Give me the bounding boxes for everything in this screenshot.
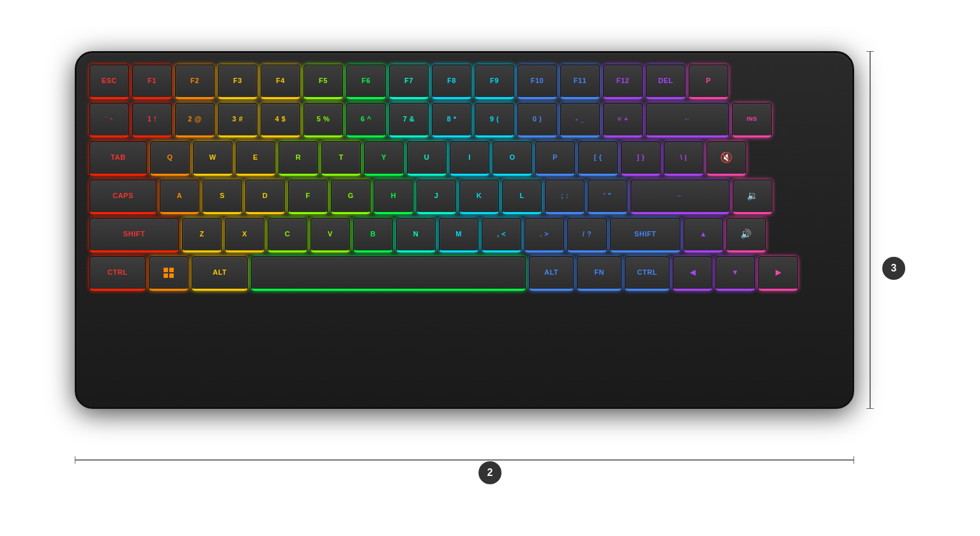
key-f10[interactable]: F10: [517, 65, 557, 99]
key-f8[interactable]: F8: [432, 65, 471, 99]
key-f1[interactable]: F1: [132, 65, 172, 99]
key-win[interactable]: [149, 256, 188, 291]
key-ins[interactable]: INS: [732, 103, 772, 137]
key-p-extra[interactable]: P: [689, 65, 728, 99]
key-k[interactable]: K: [459, 180, 499, 214]
key-y[interactable]: Y: [364, 141, 404, 176]
key-space[interactable]: [251, 256, 526, 291]
key-lbracket[interactable]: [ {: [578, 141, 618, 176]
key-m[interactable]: M: [439, 218, 479, 252]
key-g[interactable]: G: [331, 180, 371, 214]
key-f12[interactable]: F12: [603, 65, 643, 99]
key-f3[interactable]: F3: [218, 65, 257, 99]
badge-width: 2: [479, 461, 501, 484]
key-9[interactable]: 9 (: [475, 103, 514, 137]
key-tab[interactable]: TAB: [89, 141, 147, 176]
key-a[interactable]: A: [160, 180, 199, 214]
key-d[interactable]: D: [245, 180, 285, 214]
key-esc[interactable]: ESC: [89, 65, 129, 99]
key-minus[interactable]: - _: [560, 103, 600, 137]
key-4[interactable]: 4 $: [261, 103, 300, 137]
key-l[interactable]: L: [502, 180, 542, 214]
key-8[interactable]: 8 *: [432, 103, 471, 137]
key-rctrl[interactable]: CTRL: [625, 256, 670, 291]
key-f5[interactable]: F5: [303, 65, 343, 99]
key-fn[interactable]: FN: [577, 256, 622, 291]
key-semicolon[interactable]: ; :: [545, 180, 585, 214]
key-n[interactable]: N: [396, 218, 436, 252]
key-rshift[interactable]: SHIFT: [610, 218, 680, 252]
key-v[interactable]: V: [310, 218, 350, 252]
windows-icon: [164, 268, 174, 278]
key-comma[interactable]: , <: [482, 218, 521, 252]
key-lalt[interactable]: ALT: [192, 256, 248, 291]
key-6[interactable]: 6 ^: [346, 103, 386, 137]
key-h[interactable]: H: [374, 180, 413, 214]
key-f6[interactable]: F6: [346, 65, 386, 99]
key-f9[interactable]: F9: [475, 65, 514, 99]
key-lctrl[interactable]: CTRL: [89, 256, 146, 291]
key-w[interactable]: W: [193, 141, 233, 176]
key-enter[interactable]: ←: [631, 180, 730, 214]
key-backslash[interactable]: \ |: [664, 141, 703, 176]
key-0[interactable]: 0 ): [517, 103, 557, 137]
key-1[interactable]: 1 !: [132, 103, 172, 137]
key-mute[interactable]: 🔇: [707, 141, 746, 176]
row-asdf: CAPS A S D F G H J K: [89, 180, 839, 214]
key-q[interactable]: Q: [150, 141, 190, 176]
key-7[interactable]: 7 &: [389, 103, 429, 137]
key-arrow-down[interactable]: ▼: [716, 256, 755, 291]
key-ralt[interactable]: ALT: [529, 256, 574, 291]
diagram-container: ESC F1 F2 F3 F4 F5 F6 F7: [43, 19, 937, 517]
key-s[interactable]: S: [203, 180, 242, 214]
dimension-line-height: [864, 51, 877, 409]
row-numbers: ` ~ 1 ! 2 @ 3 # 4 $ 5 % 6 ^ 7 &: [89, 103, 839, 137]
key-quote[interactable]: ' ": [588, 180, 627, 214]
key-x[interactable]: X: [225, 218, 264, 252]
key-vol-up[interactable]: 🔊: [726, 218, 766, 252]
key-slash[interactable]: / ?: [567, 218, 607, 252]
key-caps[interactable]: CAPS: [89, 180, 157, 214]
keyboard: ESC F1 F2 F3 F4 F5 F6 F7: [75, 51, 854, 409]
key-r[interactable]: R: [279, 141, 318, 176]
row-bottom: CTRL ALT ALT FN CTRL ◀: [89, 256, 839, 291]
key-f2[interactable]: F2: [175, 65, 215, 99]
key-c[interactable]: C: [268, 218, 307, 252]
key-2[interactable]: 2 @: [175, 103, 215, 137]
row-function: ESC F1 F2 F3 F4 F5 F6 F7: [89, 65, 839, 99]
key-period[interactable]: . >: [524, 218, 564, 252]
key-b[interactable]: B: [353, 218, 393, 252]
key-f4[interactable]: F4: [261, 65, 300, 99]
key-backtick[interactable]: ` ~: [89, 103, 129, 137]
key-f11[interactable]: F11: [560, 65, 600, 99]
key-j[interactable]: J: [417, 180, 456, 214]
row-zxcv: SHIFT Z X C V B N M , <: [89, 218, 839, 252]
key-t[interactable]: T: [321, 141, 361, 176]
key-arrow-up[interactable]: ▲: [684, 218, 723, 252]
key-equals[interactable]: = +: [603, 103, 643, 137]
key-f[interactable]: F: [288, 180, 328, 214]
dimension-line-width: [75, 454, 854, 466]
key-3[interactable]: 3 #: [218, 103, 257, 137]
key-z[interactable]: Z: [182, 218, 222, 252]
key-arrow-right[interactable]: ▶: [758, 256, 798, 291]
badge-height: 3: [882, 257, 905, 280]
key-lshift[interactable]: SHIFT: [89, 218, 179, 252]
row-qwerty: TAB Q W E R T Y U I: [89, 141, 839, 176]
key-p[interactable]: P: [535, 141, 575, 176]
key-backspace[interactable]: ←: [646, 103, 729, 137]
key-f7[interactable]: F7: [389, 65, 429, 99]
key-vol-down[interactable]: 🔉: [733, 180, 772, 214]
key-o[interactable]: O: [493, 141, 532, 176]
key-e[interactable]: E: [236, 141, 275, 176]
key-u[interactable]: U: [407, 141, 447, 176]
key-arrow-left[interactable]: ◀: [673, 256, 712, 291]
key-i[interactable]: I: [450, 141, 489, 176]
key-rbracket[interactable]: ] }: [621, 141, 661, 176]
key-5[interactable]: 5 %: [303, 103, 343, 137]
key-del[interactable]: DEL: [646, 65, 685, 99]
